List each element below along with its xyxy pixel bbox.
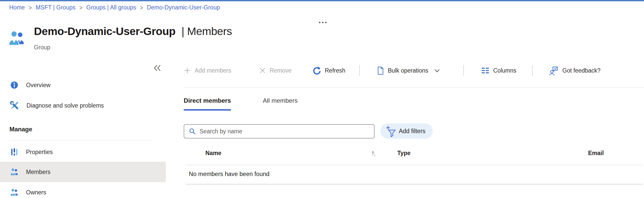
sort-descending-icon: ↓	[373, 150, 376, 158]
remove-button[interactable]: Remove	[259, 63, 292, 78]
sidebar-item-diagnose[interactable]: Diagnose and solve problems	[0, 98, 166, 113]
columns-icon	[481, 67, 489, 74]
top-accent-bar	[0, 0, 644, 1]
columns-button[interactable]: Columns	[481, 63, 516, 78]
sidebar-item-owners[interactable]: Owners	[0, 182, 166, 198]
tab-direct-members[interactable]: Direct members	[184, 97, 231, 111]
object-type-label: Group	[34, 44, 50, 51]
search-input[interactable]	[200, 128, 370, 135]
sidebar-item-label: Members	[26, 169, 51, 176]
breadcrumb-home[interactable]: Home	[9, 4, 25, 11]
filter-plus-icon	[386, 125, 396, 137]
breadcrumb-msft-groups[interactable]: MSFT | Groups	[36, 4, 76, 11]
toolbar-separator	[359, 65, 360, 76]
page-title-blade-name: | Members	[181, 25, 232, 37]
command-bar: Add members Remove Refresh Bulk operatio…	[0, 63, 644, 78]
bulk-operations-button[interactable]: Bulk operations	[377, 63, 440, 78]
plus-icon	[184, 67, 191, 74]
column-header-name[interactable]: Name	[205, 150, 221, 157]
add-filters-label: Add filters	[399, 128, 426, 135]
refresh-label: Refresh	[325, 67, 345, 74]
table-row-divider	[186, 184, 643, 184]
column-header-email[interactable]: Email	[588, 150, 604, 157]
tools-icon	[10, 101, 19, 110]
breadcrumb-current-group[interactable]: Demo-Dynamic-User-Group	[147, 4, 220, 11]
bulk-operations-label: Bulk operations	[388, 67, 428, 74]
toolbar-separator	[532, 65, 533, 76]
chevron-right-icon: >	[140, 4, 143, 11]
more-options-button[interactable]	[316, 17, 331, 28]
tab-all-members[interactable]: All members	[263, 97, 298, 109]
sidebar-item-label: Owners	[26, 189, 46, 196]
sidebar-section-manage: Manage	[9, 126, 32, 133]
sidebar-divider	[9, 140, 153, 141]
x-icon	[259, 67, 266, 74]
group-icon	[9, 31, 25, 45]
remove-label: Remove	[270, 67, 292, 74]
refresh-button[interactable]: Refresh	[313, 63, 345, 78]
properties-icon	[10, 148, 18, 156]
search-box	[184, 124, 375, 138]
group-members-page: Home > MSFT | Groups > Groups | All grou…	[0, 0, 644, 198]
table-header-divider	[186, 165, 643, 165]
people-icon	[10, 189, 18, 196]
add-members-button[interactable]: Add members	[184, 63, 231, 78]
toolbar-separator	[463, 65, 464, 76]
page-title-group-name: Demo-Dynamic-User-Group	[34, 25, 176, 37]
info-icon	[10, 81, 18, 89]
columns-label: Columns	[493, 67, 516, 74]
sidebar-item-members[interactable]: Members	[0, 162, 166, 182]
sidebar-item-label: Diagnose and solve problems	[27, 102, 104, 109]
page-title: Demo-Dynamic-User-Group | Members	[34, 25, 232, 38]
sidebar-item-properties[interactable]: Properties	[0, 145, 166, 159]
column-header-type[interactable]: Type	[397, 150, 411, 157]
chevron-down-icon	[434, 69, 440, 72]
toolbar-divider	[184, 87, 644, 88]
feedback-icon	[549, 66, 559, 75]
got-feedback-label: Got feedback?	[562, 67, 601, 74]
search-icon	[189, 128, 196, 135]
chevron-right-icon: >	[29, 4, 32, 11]
chevron-right-icon: >	[79, 4, 82, 11]
sidebar-item-label: Overview	[26, 82, 51, 89]
sort-indicator[interactable]: ↑↓	[371, 149, 376, 157]
empty-state-message: No members have been found	[189, 171, 269, 178]
breadcrumb-all-groups[interactable]: Groups | All groups	[86, 4, 136, 11]
sidebar-item-overview[interactable]: Overview	[0, 78, 166, 92]
breadcrumb: Home > MSFT | Groups > Groups | All grou…	[9, 4, 220, 11]
add-members-label: Add members	[195, 67, 231, 74]
got-feedback-button[interactable]: Got feedback?	[549, 63, 601, 78]
ellipsis-icon	[318, 21, 329, 24]
add-filters-button[interactable]: Add filters	[380, 123, 433, 139]
refresh-icon	[313, 66, 321, 75]
people-icon	[10, 168, 18, 176]
document-icon	[377, 66, 384, 75]
sidebar-item-label: Properties	[26, 149, 53, 156]
